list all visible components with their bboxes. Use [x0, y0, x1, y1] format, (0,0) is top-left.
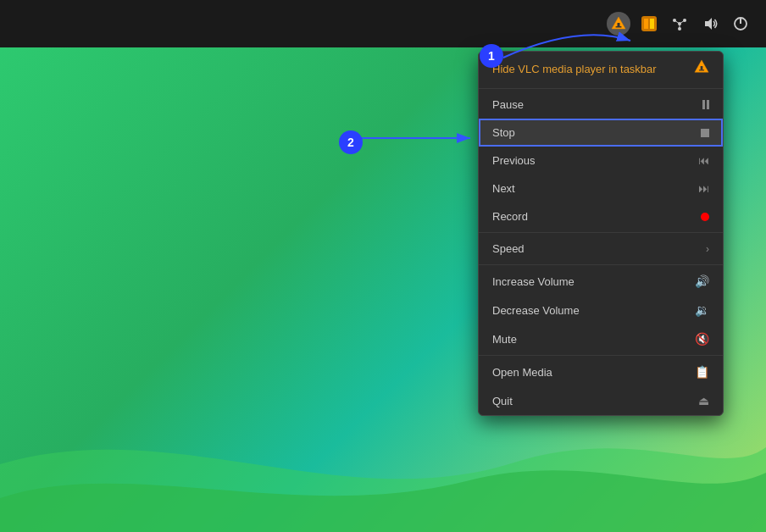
- decrease-volume-label: Decrease Volume: [492, 304, 580, 317]
- increase-volume-label: Increase Volume: [492, 275, 574, 288]
- menu-divider-3: [479, 264, 723, 265]
- svg-marker-13: [705, 18, 712, 30]
- menu-item-pause[interactable]: Pause: [479, 91, 723, 119]
- pause-label: Pause: [492, 98, 524, 111]
- menu-header-item[interactable]: Hide VLC media player in taskbar: [479, 52, 723, 86]
- menu-item-open-media[interactable]: Open Media 📋: [479, 357, 723, 386]
- decrease-volume-icon: 🔉: [695, 303, 709, 317]
- volume-taskbar-icon[interactable]: [698, 12, 722, 36]
- mute-icon: 🔇: [695, 332, 709, 346]
- network-taskbar-icon[interactable]: [668, 12, 691, 36]
- power-taskbar-icon[interactable]: [729, 12, 752, 36]
- annotation-badge-1: 1: [480, 44, 503, 68]
- menu-item-quit[interactable]: Quit ⏏: [479, 386, 723, 415]
- menu-item-next[interactable]: Next ⏭: [479, 175, 723, 202]
- taskbar-icons: [607, 12, 752, 36]
- menu-item-previous[interactable]: Previous ⏮: [479, 147, 723, 175]
- vlc-menu-icon: [694, 59, 709, 79]
- svg-line-11: [680, 20, 685, 24]
- menu-item-decrease-volume[interactable]: Decrease Volume 🔉: [479, 296, 723, 324]
- speed-label: Speed: [492, 242, 525, 255]
- next-icon: ⏭: [698, 182, 709, 195]
- stop-label: Stop: [492, 126, 515, 139]
- quit-label: Quit: [492, 395, 513, 407]
- context-menu: Hide VLC media player in taskbar Pause S…: [478, 51, 724, 416]
- svg-rect-4: [644, 19, 648, 29]
- menu-item-stop[interactable]: Stop: [479, 119, 723, 147]
- record-label: Record: [492, 210, 528, 223]
- svg-rect-19: [701, 66, 703, 70]
- pause-icon: [702, 100, 709, 109]
- menu-divider-4: [479, 355, 723, 356]
- open-media-icon: 📋: [695, 365, 709, 379]
- menu-item-speed[interactable]: Speed ›: [479, 235, 723, 263]
- svg-line-10: [674, 20, 680, 24]
- record-icon: [701, 213, 709, 221]
- svg-rect-3: [641, 16, 657, 31]
- annotation-badge-2: 2: [339, 130, 363, 154]
- increase-volume-icon: 🔊: [695, 274, 709, 288]
- previous-label: Previous: [492, 154, 536, 167]
- mute-label: Mute: [492, 333, 517, 346]
- orange-taskbar-icon[interactable]: [637, 12, 661, 36]
- stop-icon: [701, 129, 709, 137]
- svg-rect-2: [616, 26, 622, 28]
- taskbar: [0, 0, 766, 47]
- next-label: Next: [492, 182, 515, 195]
- previous-icon: ⏮: [698, 154, 709, 167]
- menu-divider-2: [479, 232, 723, 233]
- open-media-label: Open Media: [492, 366, 552, 379]
- speed-chevron-icon: ›: [706, 243, 709, 255]
- svg-rect-5: [650, 19, 654, 29]
- menu-divider-1: [479, 88, 723, 89]
- desktop-wave: [0, 396, 766, 532]
- quit-icon: ⏏: [698, 394, 709, 407]
- menu-item-increase-volume[interactable]: Increase Volume 🔊: [479, 267, 723, 296]
- svg-rect-20: [699, 69, 704, 70]
- vlc-taskbar-icon[interactable]: [607, 12, 630, 36]
- menu-item-record[interactable]: Record: [479, 202, 723, 230]
- menu-item-mute[interactable]: Mute 🔇: [479, 324, 723, 353]
- menu-header-label: Hide VLC media player in taskbar: [492, 63, 657, 75]
